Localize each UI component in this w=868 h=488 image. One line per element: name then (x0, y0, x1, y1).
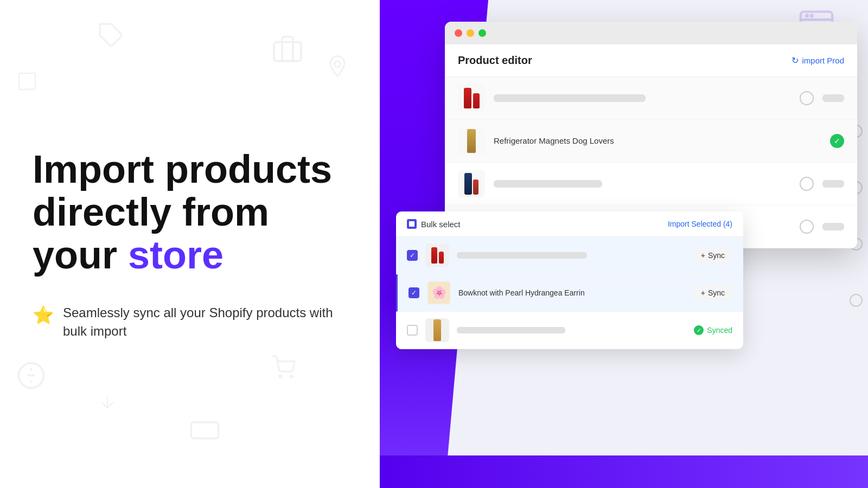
deco-cart-icon (271, 355, 296, 380)
right-panel: Product editor ↻ import Prod (380, 0, 868, 488)
sync-button[interactable]: + Sync (693, 248, 732, 263)
deco-tag-icon (98, 22, 125, 49)
product-thumbnail (425, 243, 449, 267)
svg-rect-2 (19, 73, 35, 89)
product-name-cell: Bowknot with Pearl Hydrangea Earrin (458, 288, 686, 297)
bulk-select-icon (407, 219, 417, 229)
product-row: Refrigerator Magnets Dog Lovers ✓ (445, 120, 857, 163)
product-thumbnail: 🌸 (427, 281, 451, 305)
import-btn-label: import Prod (802, 56, 844, 65)
bulk-list-item: ✓ Synced (396, 312, 743, 349)
svg-rect-1 (274, 42, 301, 61)
editor-title: Product editor (458, 54, 532, 67)
earring-image: 🌸 (428, 282, 450, 304)
bulk-panel-header: Bulk select Import Selected (4) (396, 211, 743, 237)
synced-check-icon: ✓ (694, 325, 704, 335)
product-name: Refrigerator Magnets Dog Lovers (494, 136, 614, 145)
product-row (445, 163, 857, 206)
sync-label: Sync (708, 288, 725, 297)
side-check-gray (850, 294, 863, 307)
synced-label: Synced (707, 326, 732, 335)
editor-header: Product editor ↻ import Prod (445, 44, 857, 77)
bulk-select-text: Bulk select (421, 220, 461, 229)
bottom-bar (380, 455, 868, 488)
deco-location-icon (326, 54, 349, 78)
unchecked-icon (800, 91, 814, 105)
svg-point-20 (811, 15, 813, 17)
plus-icon: + (701, 251, 705, 260)
serum-image (433, 319, 441, 341)
import-products-button[interactable]: ↻ import Prod (792, 55, 844, 66)
checkbox-checked[interactable]: ✓ (407, 250, 418, 261)
maximize-button[interactable] (478, 29, 486, 37)
unchecked-icon (800, 177, 814, 191)
gold-bottle-image (467, 129, 476, 153)
sync-button[interactable]: + Sync (693, 285, 732, 300)
action-placeholder (822, 180, 844, 188)
checkbox-unchecked[interactable] (407, 325, 418, 336)
product-name-cell (457, 252, 686, 259)
bottle-image (464, 88, 480, 108)
minimize-button[interactable] (467, 29, 474, 37)
close-button[interactable] (455, 29, 462, 37)
svg-point-19 (806, 15, 808, 17)
product-name-placeholder (494, 94, 646, 102)
left-panel: Import products directly from your store… (0, 0, 391, 488)
action-placeholder (822, 94, 844, 102)
checked-green-icon: ✓ (830, 134, 844, 148)
svg-point-3 (335, 61, 341, 67)
blue-bottles-image (464, 173, 478, 195)
product-image-2 (458, 127, 485, 155)
product-name-cell (457, 327, 686, 333)
plus-icon: + (701, 288, 705, 297)
svg-rect-6 (191, 422, 218, 439)
feature-description: Seamlessly sync all your Shopify product… (63, 304, 358, 340)
refresh-icon: ↻ (792, 55, 799, 66)
product-thumbnail (425, 318, 449, 342)
unchecked-icon (800, 220, 814, 234)
hero-heading: Import products directly from your store (33, 148, 358, 277)
svg-point-15 (279, 376, 282, 378)
name-placeholder (457, 327, 565, 333)
deco-coin-icon (16, 361, 46, 390)
product-row (445, 77, 857, 120)
product-name-text: Bowknot with Pearl Hydrangea Earrin (458, 288, 585, 297)
product-image-1 (458, 85, 485, 112)
deco-box-icon (16, 70, 38, 92)
action-placeholder (822, 223, 844, 230)
deco-arrow-icon (98, 393, 117, 412)
browser-titlebar (445, 22, 857, 44)
product-name-placeholder (494, 180, 602, 188)
synced-badge: ✓ Synced (694, 325, 732, 335)
name-placeholder (457, 252, 587, 259)
bulk-list-item: ✓ 🌸 Bowknot with Pearl Hydrangea Earrin … (396, 274, 743, 312)
bulk-list-item: ✓ + Sync (396, 237, 743, 274)
star-icon: ⭐ (33, 305, 54, 325)
product-image-3 (458, 170, 485, 197)
svg-point-16 (291, 376, 293, 378)
import-selected-button[interactable]: Import Selected (4) (668, 220, 732, 228)
deco-wallet-icon (271, 33, 304, 65)
deco-keyboard-icon (190, 415, 220, 445)
bulk-panel: Bulk select Import Selected (4) ✓ + Sync (396, 211, 743, 349)
bulk-select-label: Bulk select (407, 219, 461, 229)
checkbox-checked[interactable]: ✓ (409, 287, 419, 298)
sync-label: Sync (708, 251, 725, 260)
feature-item: ⭐ Seamlessly sync all your Shopify produ… (33, 304, 358, 340)
